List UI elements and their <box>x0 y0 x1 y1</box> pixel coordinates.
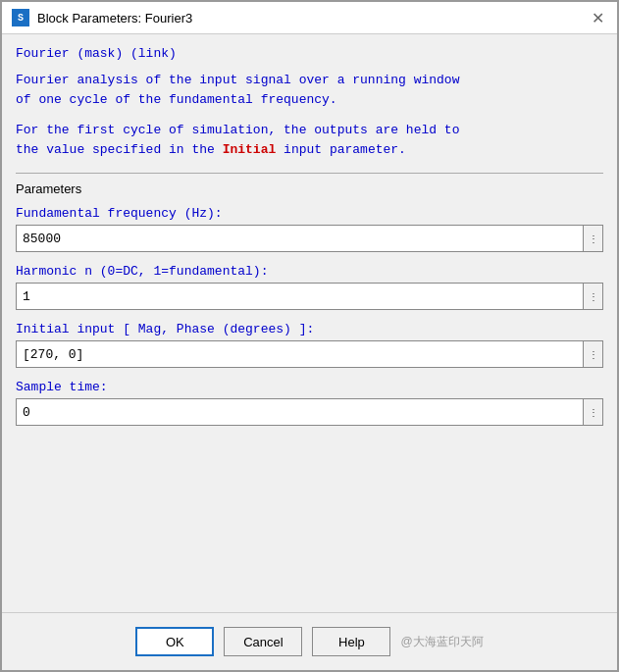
block-parameters-window: S Block Parameters: Fourier3 ✕ Fourier (… <box>0 0 619 672</box>
fundamental-frequency-menu-btn[interactable]: ⋮ <box>584 225 603 252</box>
help-button[interactable]: Help <box>312 627 390 656</box>
title-bar-left: S Block Parameters: Fourier3 <box>12 9 192 26</box>
sample-time-row: ⋮ <box>16 398 603 426</box>
harmonic-n-input[interactable] <box>16 283 584 310</box>
fundamental-frequency-input[interactable] <box>16 225 584 252</box>
extra-description-block: For the first cycle of simulation, the o… <box>16 121 603 159</box>
parameters-section-label: Parameters <box>16 181 603 196</box>
initial-input-field[interactable] <box>16 340 584 368</box>
harmonic-n-menu-btn[interactable]: ⋮ <box>584 283 603 310</box>
window-icon: S <box>12 9 29 26</box>
initial-input-row: ⋮ <box>16 340 603 368</box>
ok-button[interactable]: OK <box>135 627 214 656</box>
description-line1: Fourier analysis of the input signal ove… <box>16 73 459 87</box>
title-bar: S Block Parameters: Fourier3 ✕ <box>2 2 617 34</box>
description-line2: of one cycle of the fundamental frequenc… <box>16 92 337 107</box>
fundamental-frequency-row: ⋮ <box>16 225 603 252</box>
sample-time-input[interactable] <box>16 398 584 426</box>
fundamental-frequency-label: Fundamental frequency (Hz): <box>16 206 603 221</box>
extra-line1: For the first cycle of simulation, the o… <box>16 123 459 137</box>
harmonic-n-row: ⋮ <box>16 283 603 310</box>
extra-line2: the value specified in the <box>16 142 215 157</box>
close-button[interactable]: ✕ <box>588 8 607 27</box>
cancel-button[interactable]: Cancel <box>224 627 302 656</box>
sample-time-label: Sample time: <box>16 380 603 394</box>
initial-input-menu-btn[interactable]: ⋮ <box>584 340 603 368</box>
extra-line3: input parameter. <box>284 142 406 157</box>
sample-time-menu-btn[interactable]: ⋮ <box>584 398 603 426</box>
section-divider <box>16 173 603 174</box>
initial-input-label: Initial input [ Mag, Phase (degrees) ]: <box>16 322 603 336</box>
description-block: Fourier analysis of the input signal ove… <box>16 71 603 109</box>
window-title: Block Parameters: Fourier3 <box>37 11 192 26</box>
mask-link-line[interactable]: Fourier (mask) (link) <box>16 46 603 61</box>
watermark-text: @大海蓝印天阿 <box>400 634 483 650</box>
harmonic-n-label: Harmonic n (0=DC, 1=fundamental): <box>16 264 603 279</box>
initial-keyword: Initial <box>223 142 277 157</box>
footer: OK Cancel Help @大海蓝印天阿 <box>2 612 617 670</box>
content-area: Fourier (mask) (link) Fourier analysis o… <box>2 34 617 612</box>
